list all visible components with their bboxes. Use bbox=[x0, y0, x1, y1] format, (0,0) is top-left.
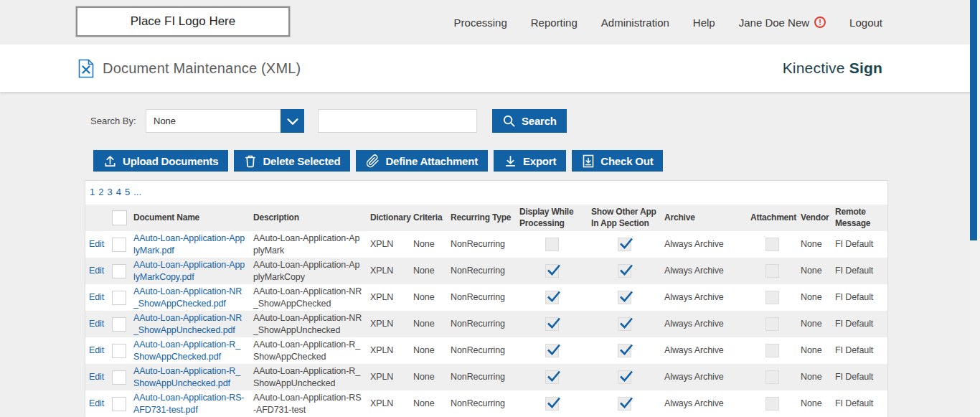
document-name-link[interactable]: AAuto-Loan-Application-NR_ShowAppUncheck… bbox=[133, 313, 242, 334]
header-archive: Archive bbox=[661, 205, 747, 231]
search-icon bbox=[502, 114, 516, 128]
search-by-select[interactable]: None bbox=[146, 109, 304, 133]
display-while-processing-checkbox[interactable] bbox=[545, 344, 559, 357]
header-show-other-app: Show Other App In App Section bbox=[588, 205, 661, 231]
show-other-app-checkbox[interactable] bbox=[618, 344, 631, 357]
page-link-5[interactable]: 5 bbox=[125, 187, 130, 197]
vendor-cell: None bbox=[797, 258, 831, 284]
check-icon bbox=[545, 288, 562, 305]
attachment-checkbox[interactable] bbox=[765, 291, 779, 304]
top-nav: Processing Reporting Administration Help… bbox=[454, 0, 882, 44]
recurring-type-cell: NonRecurring bbox=[447, 258, 516, 284]
display-while-processing-checkbox[interactable] bbox=[545, 238, 559, 251]
check-out-button[interactable]: Check Out bbox=[572, 150, 663, 172]
show-other-app-checkbox[interactable] bbox=[618, 264, 631, 278]
document-name-link[interactable]: AAuto-Loan-Application-RS-AFD731-test.pd… bbox=[133, 393, 244, 414]
check-icon bbox=[618, 341, 635, 358]
document-name-link[interactable]: AAuto-Loan-Application-R_ShowAppChecked.… bbox=[133, 339, 240, 361]
upload-documents-button[interactable]: Upload Documents bbox=[93, 150, 228, 172]
page-link-1[interactable]: 1 bbox=[90, 187, 95, 197]
nav-reporting[interactable]: Reporting bbox=[531, 17, 578, 29]
page-scrollbar[interactable] bbox=[970, 0, 980, 417]
attachment-checkbox[interactable] bbox=[765, 317, 779, 331]
attachment-checkbox[interactable] bbox=[765, 264, 779, 278]
page-link-3[interactable]: 3 bbox=[107, 187, 112, 197]
document-name-link[interactable]: AAuto-Loan-Application-R_ShowAppUnchecke… bbox=[133, 366, 240, 388]
edit-link[interactable]: Edit bbox=[89, 319, 104, 329]
nav-help[interactable]: Help bbox=[693, 17, 715, 29]
search-by-selected-value: None bbox=[154, 116, 176, 126]
show-other-app-checkbox[interactable] bbox=[618, 238, 631, 251]
scrollbar-thumb[interactable] bbox=[970, 0, 977, 240]
download-icon bbox=[504, 154, 517, 168]
nav-logout[interactable]: Logout bbox=[849, 17, 882, 29]
page-link-4[interactable]: 4 bbox=[116, 187, 121, 197]
dictionary-cell: XPLN bbox=[367, 258, 410, 284]
attachment-checkbox[interactable] bbox=[765, 238, 779, 251]
row-select-checkbox[interactable] bbox=[112, 370, 126, 385]
archive-cell: Always Archive bbox=[661, 364, 747, 390]
dictionary-cell: XPLN bbox=[367, 337, 410, 364]
chevron-down-icon[interactable] bbox=[281, 109, 304, 133]
criteria-cell: None bbox=[410, 390, 447, 417]
recurring-type-cell: NonRecurring bbox=[447, 284, 516, 311]
attachment-checkbox[interactable] bbox=[765, 370, 779, 384]
document-name-link[interactable]: AAuto-Loan-Application-NR_ShowAppChecked… bbox=[133, 286, 242, 308]
define-attachment-button[interactable]: Define Attachment bbox=[356, 150, 488, 172]
row-select-checkbox[interactable] bbox=[112, 291, 126, 305]
show-other-app-checkbox[interactable] bbox=[618, 291, 631, 304]
attachment-checkbox[interactable] bbox=[765, 397, 779, 411]
nav-processing[interactable]: Processing bbox=[454, 17, 507, 29]
header-dictionary: Dictionary bbox=[367, 205, 410, 231]
row-select-checkbox[interactable] bbox=[112, 344, 126, 358]
show-other-app-checkbox[interactable] bbox=[618, 317, 631, 331]
display-while-processing-checkbox[interactable] bbox=[545, 397, 559, 411]
table-row: Edit AAuto-Loan-Application-NR_ShowAppUn… bbox=[85, 311, 887, 337]
delete-selected-button[interactable]: Delete Selected bbox=[234, 150, 350, 172]
nav-administration[interactable]: Administration bbox=[601, 17, 669, 29]
check-icon bbox=[618, 261, 635, 278]
edit-link[interactable]: Edit bbox=[89, 345, 104, 355]
search-button[interactable]: Search bbox=[492, 109, 567, 133]
attachment-checkbox[interactable] bbox=[765, 344, 779, 357]
edit-link[interactable]: Edit bbox=[89, 372, 104, 382]
check-icon bbox=[618, 288, 635, 305]
select-all-checkbox[interactable] bbox=[112, 210, 127, 225]
page-link-2[interactable]: 2 bbox=[98, 187, 103, 197]
pagination: 12345... bbox=[85, 181, 887, 205]
vendor-cell: None bbox=[797, 284, 831, 311]
display-while-processing-checkbox[interactable] bbox=[545, 317, 559, 331]
edit-link[interactable]: Edit bbox=[89, 266, 104, 276]
document-name-link[interactable]: AAuto-Loan-Application-ApplyMarkCopy.pdf bbox=[133, 260, 245, 281]
display-while-processing-checkbox[interactable] bbox=[545, 264, 559, 278]
search-input[interactable] bbox=[318, 109, 477, 133]
row-select-checkbox[interactable] bbox=[112, 264, 126, 278]
row-select-checkbox[interactable] bbox=[112, 397, 126, 411]
export-button[interactable]: Export bbox=[494, 150, 566, 172]
row-select-checkbox[interactable] bbox=[112, 317, 126, 332]
document-name-link[interactable]: AAuto-Loan-Application-ApplyMark.pdf bbox=[133, 233, 245, 255]
export-label: Export bbox=[523, 155, 556, 167]
fi-logo-text: Place FI Logo Here bbox=[131, 14, 235, 29]
remote-message-cell: FI Default bbox=[831, 231, 887, 258]
nav-user[interactable]: Jane Doe New ! bbox=[739, 17, 826, 29]
header-vendor: Vendor bbox=[797, 205, 831, 231]
show-other-app-checkbox[interactable] bbox=[618, 397, 631, 411]
show-other-app-checkbox[interactable] bbox=[618, 370, 631, 384]
description-cell: AAuto-Loan-Application-ApplyMarkCopy bbox=[250, 258, 367, 284]
recurring-type-cell: NonRecurring bbox=[447, 364, 516, 390]
description-cell: AAuto-Loan-Application-R_ShowAppChecked bbox=[250, 337, 367, 364]
user-name: Jane Doe New bbox=[739, 17, 809, 29]
archive-cell: Always Archive bbox=[661, 231, 747, 258]
check-icon bbox=[618, 367, 635, 385]
page-link-more[interactable]: ... bbox=[133, 187, 141, 197]
remote-message-cell: FI Default bbox=[831, 311, 887, 337]
display-while-processing-checkbox[interactable] bbox=[545, 370, 559, 384]
row-select-checkbox[interactable] bbox=[112, 238, 126, 252]
display-while-processing-checkbox[interactable] bbox=[545, 291, 559, 304]
search-row: Search By: None Search bbox=[90, 109, 980, 133]
edit-link[interactable]: Edit bbox=[89, 239, 104, 249]
edit-link[interactable]: Edit bbox=[89, 398, 104, 408]
edit-link[interactable]: Edit bbox=[89, 292, 104, 302]
description-cell: AAuto-Loan-Application-NR_ShowAppUncheck… bbox=[250, 311, 367, 337]
